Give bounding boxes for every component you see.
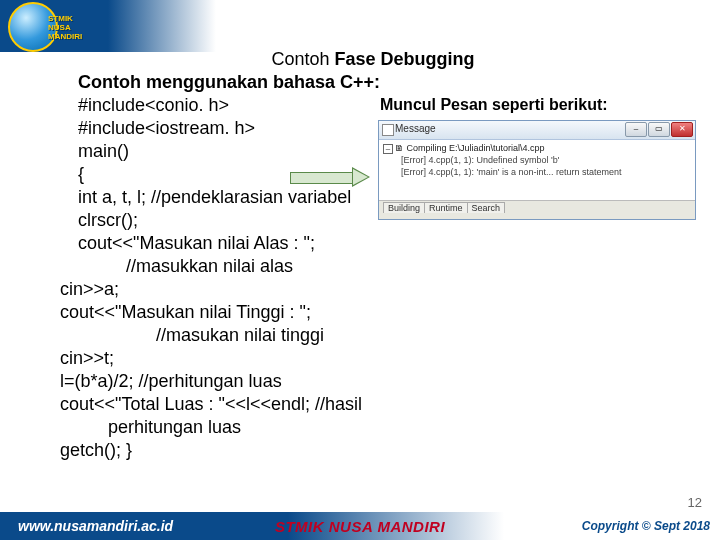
footer-bar: www.nusamandiri.ac.id STMIK NUSA MANDIRI… — [0, 512, 720, 540]
code-line: perhitungan luas — [108, 416, 708, 439]
code-line: cout<<"Masukan nilai Tinggi : "; — [60, 301, 708, 324]
message-tabs: BuildingRuntimeSearch — [379, 200, 695, 219]
minimize-button[interactable]: – — [625, 122, 647, 137]
footer-institution: STMIK NUSA MANDIRI — [275, 518, 445, 535]
code-line: cout<<"Masukan nilai Alas : "; — [78, 232, 708, 255]
tab-search[interactable]: Search — [467, 202, 506, 213]
arrow-icon — [290, 168, 370, 186]
error-line: [Error] 4.cpp(1, 1): Undefined symbol 'b… — [383, 154, 691, 166]
footer-url: www.nusamandiri.ac.id — [18, 518, 173, 534]
tab-building[interactable]: Building — [383, 202, 425, 213]
window-icon — [382, 124, 394, 136]
compiler-message-window: Message – ▭ ✕ –🗎 Compiling E:\Juliadin\t… — [378, 120, 696, 220]
page-number: 12 — [688, 495, 702, 510]
error-line: [Error] 4.cpp(1, 1): 'main' is a non-int… — [383, 166, 691, 178]
footer-copyright: Copyright © Sept 2018 — [582, 519, 710, 533]
window-controls: – ▭ ✕ — [625, 122, 693, 137]
code-line: //masukan nilai tinggi — [108, 324, 708, 347]
logo-text: STMIKNUSA MANDIRI — [48, 14, 98, 41]
message-body: –🗎 Compiling E:\Juliadin\tutorial\4.cpp … — [379, 140, 695, 202]
code-line: cin>>t; — [60, 347, 708, 370]
code-line: cin>>a; — [60, 278, 708, 301]
header-bar: STMIKNUSA MANDIRI — [0, 0, 720, 52]
slide-title: Contoh Fase Debugging — [38, 48, 708, 71]
tab-runtime[interactable]: Runtime — [424, 202, 468, 213]
window-titlebar: Message – ▭ ✕ — [379, 121, 695, 140]
code-line: cout<<"Total Luas : "<<l<<endl; //hasil — [60, 393, 708, 416]
institution-logo: STMIKNUSA MANDIRI — [8, 2, 98, 52]
close-button[interactable]: ✕ — [671, 122, 693, 137]
message-label: Muncul Pesan seperti berikut: — [380, 96, 608, 114]
tree-expand-icon[interactable]: – — [383, 144, 393, 154]
window-title: Message — [395, 123, 436, 134]
slide-subtitle: Contoh menggunakan bahasa C++: — [78, 71, 708, 94]
code-line: l=(b*a)/2; //perhitungan luas — [60, 370, 708, 393]
tree-root: –🗎 Compiling E:\Juliadin\tutorial\4.cpp — [383, 142, 691, 154]
maximize-button[interactable]: ▭ — [648, 122, 670, 137]
code-line: getch(); } — [60, 439, 708, 462]
code-line: //masukkan nilai alas — [78, 255, 708, 278]
